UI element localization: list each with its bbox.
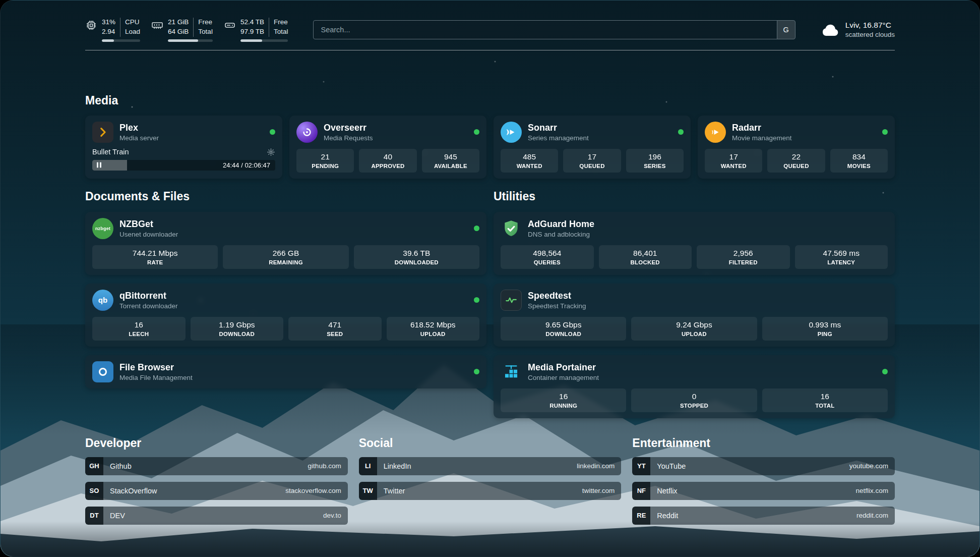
playback-progress-bar[interactable]: 24:44 / 02:06:47: [92, 160, 275, 171]
dashboard-screen: 31% 2.94 CPU Load: [0, 0, 980, 557]
app-name: Radarr: [732, 123, 792, 133]
stackoverflow-icon: SO: [85, 482, 103, 500]
playback-time: 24:44 / 02:06:47: [223, 161, 270, 169]
app-card-sonarr[interactable]: Sonarr Series management 485 WANTED 17 Q…: [494, 116, 691, 179]
overseerr-stat-available: 945 AVAILABLE: [422, 149, 479, 173]
bookmark-name: YouTube: [657, 462, 686, 470]
nzbget-icon: nzbget: [92, 218, 113, 239]
qbittorrent-stat-upload: 618.52 Mbps UPLOAD: [387, 317, 480, 341]
memory-widget: 21 GiB 64 GiB Free Total: [151, 18, 213, 42]
portainer-stat-total: 16 TOTAL: [762, 388, 888, 412]
qbittorrent-stat-leech: 16 LEECH: [92, 317, 186, 341]
star-specks: [1, 1, 2, 2]
weather-widget: Lviv, 16.87°C scattered clouds: [821, 21, 895, 38]
github-icon: GH: [85, 457, 103, 475]
status-online-dot: [474, 129, 479, 135]
app-card-filebrowser[interactable]: File Browser Media File Management: [85, 355, 486, 388]
bookmark-linkedin[interactable]: LI LinkedIn linkedin.com: [359, 457, 622, 475]
bookmark-netflix[interactable]: NF Netflix netflix.com: [632, 482, 895, 500]
section-social: Social LI LinkedIn linkedin.com TW Twitt…: [359, 436, 622, 531]
bookmark-url: reddit.com: [856, 512, 888, 519]
section-title-utilities: Utilities: [494, 190, 895, 203]
nzbget-stat-rate: 744.21 Mbps RATE: [92, 245, 218, 269]
qbittorrent-icon: qb: [92, 290, 113, 311]
sonarr-stat-wanted: 485 WANTED: [501, 149, 558, 173]
memory-free-label: Free: [198, 18, 213, 27]
section-title-social: Social: [359, 436, 622, 450]
bookmark-url: stackoverflow.com: [285, 487, 341, 494]
bookmark-url: twitter.com: [582, 487, 615, 494]
app-name: Plex: [119, 123, 159, 133]
portainer-icon: [501, 361, 522, 382]
cpu-usage-label: CPU: [125, 18, 140, 27]
adguard-icon: [501, 218, 522, 239]
app-subtitle: Torrent downloader: [119, 302, 178, 310]
storage-free-label: Free: [274, 18, 288, 27]
adguard-stat-latency: 47.569 ms LATENCY: [795, 245, 888, 269]
linkedin-icon: LI: [359, 457, 377, 475]
app-name: Overseerr: [324, 123, 373, 133]
weather-condition: scattered clouds: [845, 31, 895, 38]
speedtest-stat-download: 9.65 Gbps DOWNLOAD: [501, 317, 626, 341]
now-playing-title: Bullet Train: [92, 148, 129, 156]
adguard-stat-filtered: 2,956 FILTERED: [697, 245, 790, 269]
speedtest-icon: [501, 290, 522, 311]
section-title-developer: Developer: [85, 436, 348, 450]
portainer-stat-stopped: 0 STOPPED: [631, 388, 757, 412]
app-subtitle: Container management: [528, 374, 599, 381]
status-online-dot: [882, 369, 888, 374]
bookmark-url: netflix.com: [855, 487, 888, 494]
storage-free-value: 52.4 TB: [240, 18, 264, 27]
bookmark-dev[interactable]: DT DEV dev.to: [85, 507, 348, 525]
sonarr-stat-series: 196 SERIES: [626, 149, 684, 173]
bookmark-name: Twitter: [384, 487, 405, 495]
bookmark-url: github.com: [308, 462, 341, 470]
bookmark-twitter[interactable]: TW Twitter twitter.com: [359, 482, 622, 500]
app-name: Media Portainer: [528, 362, 599, 373]
storage-total-value: 97.9 TB: [240, 27, 264, 37]
bookmark-reddit[interactable]: RE Reddit reddit.com: [632, 507, 895, 525]
search-engine-button[interactable]: G: [777, 21, 795, 39]
app-subtitle: Media Requests: [324, 134, 373, 142]
app-subtitle: Speedtest Tracking: [528, 302, 586, 310]
cpu-widget: 31% 2.94 CPU Load: [85, 18, 140, 42]
section-developer: Developer GH Github github.com SO StackO…: [85, 436, 348, 531]
dev-icon: DT: [85, 507, 103, 525]
reddit-icon: RE: [632, 507, 650, 525]
bookmark-name: Reddit: [657, 512, 678, 520]
pause-icon[interactable]: [97, 162, 101, 168]
bookmark-url: dev.to: [323, 512, 341, 519]
app-card-plex[interactable]: Plex Media server Bullet Train: [85, 116, 282, 179]
app-card-portainer[interactable]: Media Portainer Container management 16 …: [494, 355, 895, 418]
bookmark-stackoverflow[interactable]: SO StackOverflow stackoverflow.com: [85, 482, 348, 500]
bookmark-name: DEV: [110, 512, 125, 520]
app-name: Speedtest: [528, 291, 586, 301]
bookmark-github[interactable]: GH Github github.com: [85, 457, 348, 475]
app-name: NZBGet: [119, 219, 178, 230]
app-card-speedtest[interactable]: Speedtest Speedtest Tracking 9.65 Gbps D…: [494, 284, 895, 347]
section-title-documents-files: Documents & Files: [85, 190, 486, 203]
app-card-overseerr[interactable]: Overseerr Media Requests 21 PENDING 40 A…: [289, 116, 486, 179]
storage-widget: 52.4 TB 97.9 TB Free Total: [224, 18, 288, 42]
bookmark-name: LinkedIn: [384, 462, 411, 470]
overseerr-stat-approved: 40 APPROVED: [359, 149, 416, 173]
qbittorrent-stat-download: 1.19 Gbps DOWNLOAD: [191, 317, 284, 341]
app-name: AdGuard Home: [528, 219, 594, 230]
status-online-dot: [474, 369, 479, 374]
app-card-qbittorrent[interactable]: qb qBittorrent Torrent downloader 16 LEE…: [85, 284, 486, 347]
radarr-icon: [705, 122, 726, 143]
settings-gear-icon[interactable]: [267, 148, 275, 156]
app-subtitle: Usenet downloader: [119, 231, 178, 238]
speedtest-stat-upload: 9.24 Gbps UPLOAD: [631, 317, 757, 341]
storage-progress-bar: [240, 39, 288, 42]
radarr-stat-queued: 22 QUEUED: [767, 149, 825, 173]
app-card-adguard[interactable]: AdGuard Home DNS and adblocking 498,564 …: [494, 212, 895, 275]
search-bar[interactable]: G: [313, 20, 795, 39]
app-card-nzbget[interactable]: nzbget NZBGet Usenet downloader 744.21 M…: [85, 212, 486, 275]
app-subtitle: Series management: [528, 134, 589, 142]
memory-progress-bar: [168, 39, 213, 42]
bookmark-youtube[interactable]: YT YouTube youtube.com: [632, 457, 895, 475]
app-card-radarr[interactable]: Radarr Movie management 17 WANTED 22 QUE…: [698, 116, 895, 179]
search-input[interactable]: [314, 26, 776, 34]
nzbget-stat-downloaded: 39.6 TB DOWNLOADED: [354, 245, 479, 269]
